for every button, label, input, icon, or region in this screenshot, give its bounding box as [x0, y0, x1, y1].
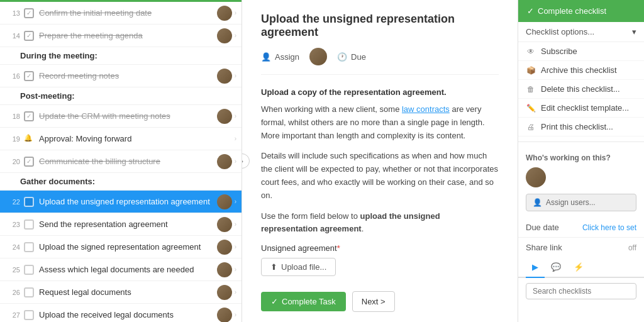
task-checkbox[interactable] [24, 265, 34, 275]
share-link-status: off [628, 243, 636, 252]
task-checkbox[interactable] [24, 219, 34, 230]
sidebar-task-row[interactable]: 23Send the representation agreement› [0, 213, 242, 236]
sidebar-section-header: During the meeting: [0, 47, 242, 65]
checklist-menu-item[interactable]: 🖨Print this checklist... [518, 118, 644, 136]
due-date-label: Due date [526, 223, 559, 232]
user-icon: 👤 [261, 52, 271, 62]
task-checkbox[interactable] [24, 242, 34, 252]
share-link-label: Share link [526, 243, 562, 252]
user-icon-assign: 👤 [533, 198, 542, 207]
row-number: 14 [5, 32, 20, 40]
task-avatar [217, 262, 232, 277]
task-checkbox[interactable] [24, 71, 34, 81]
row-chevron-icon: › [235, 311, 236, 318]
next-button[interactable]: Next > [352, 291, 395, 312]
section-title: Upload a copy of the representation agre… [261, 87, 499, 97]
row-chevron-icon: › [235, 135, 236, 142]
task-label: Upload the unsigned representation agree… [39, 197, 217, 206]
sidebar-section-header: Post-meeting: [0, 87, 242, 105]
due-date-row: Due date Click here to set [518, 218, 644, 237]
row-chevron-icon: › [235, 72, 236, 79]
check-icon: ✓ [271, 297, 278, 306]
checklist-menu-item[interactable]: 📦Archive this checklist [518, 61, 644, 80]
menu-item-label: Subscribe [541, 47, 577, 56]
sidebar-task-row[interactable]: 13Confirm the initial meeting date› [0, 2, 242, 25]
tab-activity[interactable]: ▶ [526, 257, 545, 278]
row-number: 27 [5, 311, 20, 319]
row-number: 18 [5, 113, 20, 120]
task-label: Request legal documents [39, 287, 217, 297]
sidebar-task-row[interactable]: 22Upload the unsigned representation agr… [0, 191, 242, 213]
meta-row: 👤 Assign 🕐 Due [261, 48, 499, 75]
sidebar-task-row[interactable]: 19🔔Approval: Moving forward› [0, 128, 242, 150]
task-checkbox[interactable] [24, 157, 34, 167]
task-label: Assess which legal documents are needed [39, 265, 217, 274]
body-paragraph-2: Details will include such specifications… [261, 150, 499, 202]
assignee-avatar [309, 48, 327, 65]
sidebar-task-row[interactable]: 16Record meeting notes› [0, 65, 242, 87]
sidebar: 13Confirm the initial meeting date›14Pre… [0, 0, 242, 322]
task-avatar [217, 217, 232, 232]
assign-users-button[interactable]: 👤 Assign users... [526, 194, 636, 211]
task-checkbox[interactable] [24, 287, 34, 297]
task-label: Send the representation agreement [39, 219, 217, 229]
sidebar-task-row[interactable]: 26Request legal documents› [0, 281, 242, 304]
row-chevron-icon: › [235, 9, 236, 16]
click-here-to-set[interactable]: Click here to set [582, 223, 636, 232]
task-checkbox[interactable] [24, 197, 34, 207]
assign-button[interactable]: 👤 Assign [261, 52, 299, 62]
tab-comments[interactable]: 💬 [545, 257, 567, 278]
sidebar-task-row[interactable]: 25Assess which legal documents are neede… [0, 258, 242, 281]
menu-item-icon: 🖨 [526, 123, 536, 131]
collapse-sidebar-button[interactable]: › [242, 153, 250, 169]
checklist-menu-item[interactable]: ✏️Edit checklist template... [518, 99, 644, 118]
task-checkbox[interactable] [24, 310, 34, 320]
field-label: Unsigned agreement* [261, 243, 499, 253]
task-label: Upload the signed representation agreeme… [39, 242, 217, 252]
law-contracts-link[interactable]: law contracts [402, 104, 450, 114]
body-paragraph-3: Use the form field below to upload the u… [261, 210, 499, 236]
sidebar-task-row[interactable]: 27Upload the received legal documents› [0, 304, 242, 322]
task-avatar [217, 194, 232, 209]
row-chevron-icon: › [235, 221, 236, 228]
tab-integrations[interactable]: ⚡ [567, 257, 590, 278]
task-avatar [217, 28, 232, 43]
menu-item-label: Archive this checklist [541, 65, 617, 75]
task-avatar [217, 285, 232, 300]
sidebar-task-row[interactable]: 18Update the CRM with meeting notes› [0, 105, 242, 128]
main-content: › Upload the unsigned representation agr… [242, 0, 518, 322]
task-checkbox[interactable] [24, 8, 34, 18]
complete-checklist-button[interactable]: ✓ Complete checklist [518, 0, 644, 22]
row-chevron-icon: › [235, 158, 236, 165]
task-avatar [217, 154, 232, 169]
sidebar-task-row[interactable]: 20Communicate the billing structure› [0, 150, 242, 173]
row-number: 25 [5, 266, 20, 274]
checklist-options-dropdown[interactable]: Checklist options... ▾ [518, 22, 644, 42]
task-checkbox[interactable] [24, 31, 34, 41]
complete-task-button[interactable]: ✓ Complete Task [261, 292, 346, 311]
checklist-menu-item[interactable]: 🗑Delete this checklist... [518, 80, 644, 99]
task-label: Update the CRM with meeting notes [39, 111, 217, 121]
who-working-section: Who's working on this? 👤 Assign users... [518, 147, 644, 218]
chevron-down-icon: ▾ [632, 27, 636, 36]
bell-icon: 🔔 [24, 134, 34, 144]
progress-indicator [0, 0, 242, 2]
due-date-button[interactable]: 🕐 Due [337, 52, 366, 62]
task-label: Approval: Moving forward [39, 134, 232, 143]
row-number: 23 [5, 221, 20, 228]
checklist-menu-item[interactable]: 👁Subscribe [518, 42, 644, 61]
sidebar-task-row[interactable]: 14Prepare the meeting agenda› [0, 25, 242, 47]
upload-file-button[interactable]: ⬆ Upload file... [261, 258, 336, 276]
task-avatar [217, 109, 232, 124]
task-avatar [217, 69, 232, 84]
task-checkbox[interactable] [24, 111, 34, 121]
task-label: Record meeting notes [39, 71, 217, 80]
sidebar-task-row[interactable]: 24Upload the signed representation agree… [0, 236, 242, 258]
search-checklists-input[interactable] [526, 283, 636, 299]
worker-avatar [526, 167, 546, 187]
menu-item-icon: 🗑 [526, 85, 536, 94]
upload-icon: ⬆ [270, 262, 277, 272]
sidebar-section-header: Gather documents: [0, 173, 242, 191]
task-avatar [217, 6, 232, 21]
task-avatar [217, 240, 232, 255]
